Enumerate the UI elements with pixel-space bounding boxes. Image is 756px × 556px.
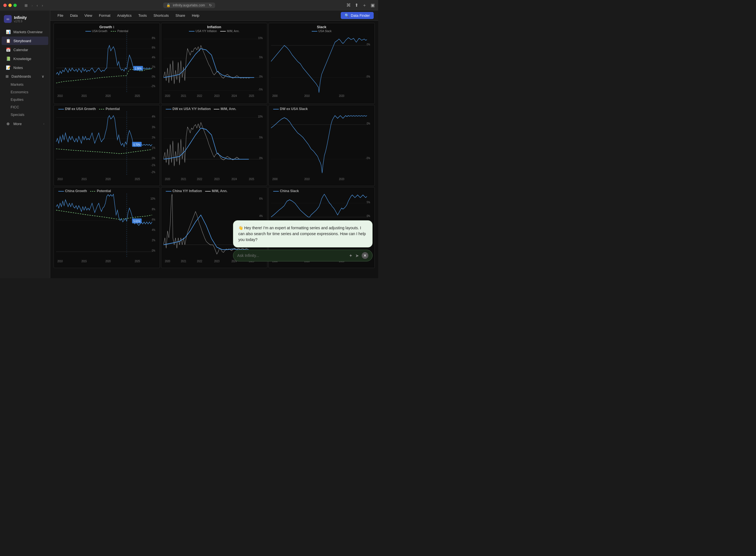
ai-close-button[interactable]: ✕ [362,252,368,259]
sidebar-item-knowledge[interactable]: 📗 Knowledge [2,55,48,63]
menu-help[interactable]: Help [189,12,202,19]
chart-usa-inflation: Inflation USA Y/Y Inflation M/M, Ann. [161,23,267,104]
menu-view[interactable]: View [81,12,95,19]
svg-text:2023: 2023 [214,94,220,98]
chart-title: Slack [271,25,372,29]
svg-text:6%: 6% [152,46,155,49]
svg-text:2021: 2021 [181,177,186,180]
chart-title: Inflation [163,25,265,29]
svg-text:2022: 2022 [197,259,202,263]
svg-text:2010: 2010 [304,177,310,180]
sidebar-item-storyboard[interactable]: 📋 Storyboard [2,37,48,45]
url-text: infinity.augurlabs.com [173,3,205,7]
new-tab-icon[interactable]: ＋ [362,2,367,8]
sidebar-sub-item-ficc[interactable]: FICC [0,103,50,111]
svg-text:5%: 5% [259,136,263,139]
svg-text:-2%: -2% [151,84,155,88]
svg-text:2000: 2000 [272,177,278,180]
sidebar-toggle-icon[interactable]: ⊞ [25,3,28,7]
nav-icons: ⊞ › ‹ › [25,3,43,7]
svg-text:-5%: -5% [366,75,370,78]
sidebar-sub-item-markets[interactable]: Markets [0,81,50,88]
menu-analytics[interactable]: Analytics [114,12,135,19]
menu-file[interactable]: File [55,12,66,19]
svg-text:8%: 8% [152,207,155,211]
charts-wrapper: Growth ℹ USA Growth Potential [50,21,378,278]
titlebar-actions: ⌘ ⬆ ＋ ▣ [346,2,375,8]
menu-tools[interactable]: Tools [136,12,150,19]
svg-text:5%: 5% [367,201,370,204]
close-button[interactable] [3,4,7,7]
menu-format[interactable]: Format [96,12,113,19]
svg-text:-2%: -2% [151,170,155,174]
svg-text:2%: 2% [152,239,155,242]
share-icon[interactable]: ⬆ [355,2,358,8]
legend-usa-growth: USA Growth [85,30,107,33]
fullscreen-button[interactable] [13,4,17,7]
sidebar-item-calendar[interactable]: 📅 Calendar [2,45,48,54]
svg-text:8%: 8% [152,36,155,40]
forward-icon[interactable]: › [42,3,43,7]
ai-input-bar: ✦ ➤ ✕ [233,250,373,262]
cmd-icon[interactable]: ⌘ [346,2,351,8]
url-bar[interactable]: 🔒 infinity.augurlabs.com ↻ [163,2,215,8]
reload-icon[interactable]: ↻ [209,3,212,7]
menubar: File Data View Format Analytics Tools Sh… [50,11,378,21]
svg-text:2021: 2021 [181,94,186,98]
sidebar-item-label: Calendar [13,48,28,52]
more-chevron-icon: › [43,122,44,126]
sidebar-item-more[interactable]: ⊕ More › [2,119,48,128]
sidebar-item-markets-overview[interactable]: 📊 Markets Overview [2,28,48,36]
ai-ask-input[interactable] [237,253,347,258]
svg-text:2020: 2020 [165,177,171,180]
svg-text:3%: 3% [152,125,155,129]
sidebar-sub-item-economics[interactable]: Economics [0,88,50,96]
legend-potential: Potential [111,30,128,33]
legend-line-blue [189,31,194,32]
svg-text:6%: 6% [259,197,263,200]
chart-dw-inflation: DW ex USA Y/Y Inflation M/M, Ann. 10% 5%… [161,105,267,186]
svg-text:2020: 2020 [339,94,344,98]
ai-input-icons: ✦ ➤ ✕ [349,252,368,259]
chart-svg-area: 10% 8% 6% 4% 2% 0% [56,194,157,263]
svg-text:2024: 2024 [232,94,237,98]
menu-share[interactable]: Share [173,12,188,19]
minimize-button[interactable] [8,4,12,7]
svg-text:2022: 2022 [197,177,202,180]
chart-svg-area: 0% -5% 2000 2010 2020 [271,33,372,98]
sidebar-sub-item-equities[interactable]: Equities [0,96,50,103]
chart-svg-area: 0% -5% 2000 2010 2020 [271,111,372,181]
svg-text:4%: 4% [259,214,263,217]
sidebar-item-notes[interactable]: 📝 Notes [2,63,48,72]
svg-text:2024: 2024 [232,177,237,180]
lock-icon: 🔒 [166,3,171,7]
chart-svg-area: 4% 3% 2% 1% 0% -1% -2% [56,111,157,181]
storyboard-icon: 📋 [6,39,11,43]
svg-text:2000: 2000 [272,94,278,98]
app-name: Infinity [14,15,27,20]
sidebar-item-label: Knowledge [13,57,31,61]
chart-title: Growth ℹ [56,25,157,29]
chart-title: DW ex USA Y/Y Inflation M/M, Ann. [163,107,265,111]
chart-title: China Slack [271,189,372,193]
sparkle-icon[interactable]: ✦ [349,253,352,258]
legend-line-usa-growth [85,31,91,32]
chart-legend: USA Growth Potential [56,30,157,33]
app-body: ∞ Infinity v170.9 📊 Markets Overview 📋 S… [0,11,378,278]
chart-svg-area: 10% 5% 0% -5% 2020 [163,33,265,98]
back-icon[interactable]: ‹ [37,3,38,7]
svg-text:-5%: -5% [258,88,263,91]
chevron-down-icon: ∨ [42,74,44,78]
menu-data[interactable]: Data [67,12,80,19]
main-content: File Data View Format Analytics Tools Sh… [50,11,378,278]
sidebar-sub-item-specials[interactable]: Specials [0,111,50,118]
menu-shortcuts[interactable]: Shortcuts [151,12,172,19]
legend-usa-slack: USA Slack [312,30,332,33]
send-icon[interactable]: ➤ [355,253,359,258]
dashboards-header[interactable]: ⊞ Dashboards ∨ [2,72,48,80]
data-finder-button[interactable]: 🔍 Data Finder [341,12,374,19]
tabs-icon[interactable]: ▣ [371,2,375,8]
chart-title: DW ex USA Growth Potential [56,107,157,111]
svg-text:10%: 10% [258,115,263,118]
svg-text:-1%: -1% [151,163,155,167]
